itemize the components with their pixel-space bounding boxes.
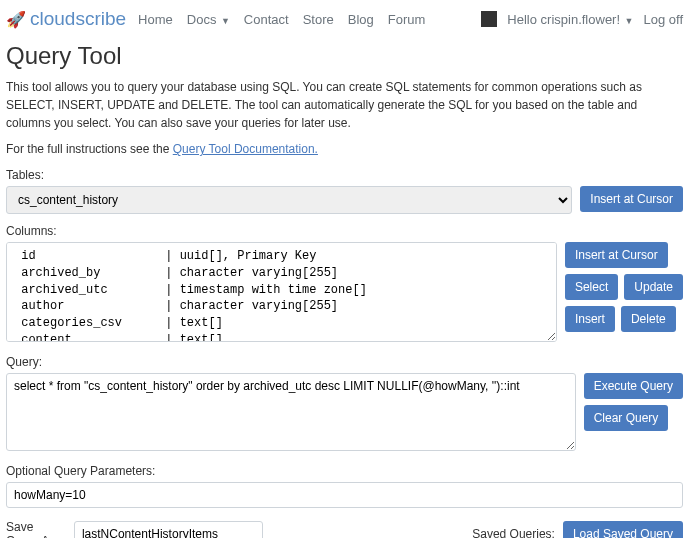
clear-query-button[interactable]: Clear Query — [584, 405, 669, 431]
navbar: 🚀 cloudscribe Home Docs ▼ Contact Store … — [6, 4, 683, 38]
columns-list[interactable] — [6, 242, 557, 342]
query-input[interactable] — [6, 373, 576, 451]
nav-store[interactable]: Store — [303, 12, 334, 27]
page-title: Query Tool — [6, 42, 683, 70]
avatar — [481, 11, 497, 27]
description: This tool allows you to query your datab… — [6, 78, 683, 132]
params-label: Optional Query Parameters: — [6, 464, 683, 478]
nav-greeting[interactable]: Hello crispin.flower! ▼ — [507, 12, 633, 27]
select-button[interactable]: Select — [565, 274, 618, 300]
saved-queries-label: Saved Queries: — [472, 527, 555, 538]
insert-cursor-tables-button[interactable]: Insert at Cursor — [580, 186, 683, 212]
insert-button[interactable]: Insert — [565, 306, 615, 332]
rocket-icon: 🚀 — [6, 10, 26, 29]
execute-query-button[interactable]: Execute Query — [584, 373, 683, 399]
nav-links: Home Docs ▼ Contact Store Blog Forum — [138, 12, 481, 27]
nav-right: Hello crispin.flower! ▼ Log off — [481, 11, 683, 27]
params-input[interactable] — [6, 482, 683, 508]
insert-cursor-columns-button[interactable]: Insert at Cursor — [565, 242, 668, 268]
brand[interactable]: 🚀 cloudscribe — [6, 8, 126, 30]
tables-select[interactable]: cs_content_history — [6, 186, 572, 214]
nav-home[interactable]: Home — [138, 12, 173, 27]
query-label: Query: — [6, 355, 683, 369]
columns-label: Columns: — [6, 224, 683, 238]
nav-blog[interactable]: Blog — [348, 12, 374, 27]
save-as-label: Save Query As: — [6, 520, 66, 538]
load-saved-button[interactable]: Load Saved Query — [563, 521, 683, 538]
brand-text: cloudscribe — [30, 8, 126, 30]
tables-label: Tables: — [6, 168, 683, 182]
caret-down-icon: ▼ — [218, 16, 229, 26]
nav-contact[interactable]: Contact — [244, 12, 289, 27]
update-button[interactable]: Update — [624, 274, 683, 300]
nav-logoff[interactable]: Log off — [643, 12, 683, 27]
doc-link[interactable]: Query Tool Documentation. — [173, 142, 318, 156]
delete-button[interactable]: Delete — [621, 306, 676, 332]
caret-down-icon: ▼ — [622, 16, 633, 26]
nav-forum[interactable]: Forum — [388, 12, 426, 27]
instructions: For the full instructions see the Query … — [6, 142, 683, 156]
save-as-input[interactable] — [74, 521, 263, 538]
nav-docs[interactable]: Docs ▼ — [187, 12, 230, 27]
